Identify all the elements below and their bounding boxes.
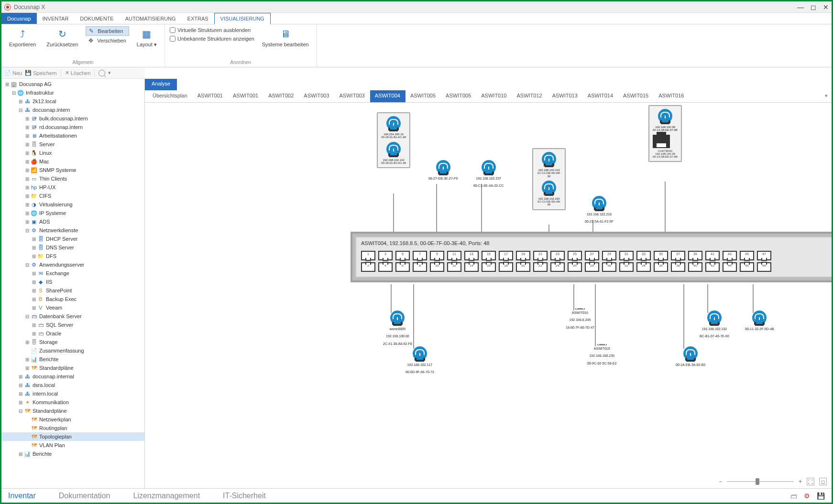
actual-size-icon[interactable]: ◻ [819, 478, 827, 485]
fit-icon[interactable]: ⛶ [807, 478, 814, 485]
delete-button[interactable]: ✕ Löschen [65, 70, 91, 76]
switch-port[interactable]: 20 [516, 262, 530, 272]
switch-port[interactable]: 4 [378, 262, 393, 272]
switch-port[interactable]: 36 [654, 262, 668, 272]
save-button[interactable]: 💾 Speichern [25, 70, 57, 76]
network-node[interactable]: 00-1A-EB-3A-02-B3 [676, 346, 705, 367]
switch-port[interactable]: 41 [705, 251, 720, 260]
subtab[interactable]: ASWIT001 [228, 90, 263, 102]
switch-port[interactable]: 22 [533, 262, 548, 272]
export-button[interactable]: ⤴Exportieren [6, 26, 39, 48]
network-node[interactable]: wsmc0005192.168.100.602C-41-38-A8-92-F8 [383, 311, 412, 345]
switch-port[interactable]: 24 [550, 262, 565, 272]
menu-tab-primary[interactable]: Docusnap [1, 13, 37, 24]
tree-item[interactable]: ⊞◆IIS [1, 278, 144, 286]
subtab[interactable]: ASWIT004 [370, 90, 406, 102]
tree-item[interactable]: ⊞SSharePoint [1, 286, 144, 295]
switch-port[interactable]: 46 [740, 262, 754, 272]
tree-item[interactable]: ⊞🖧docusnap.internal [1, 372, 144, 381]
tree-item[interactable]: ⊞🗄Server [1, 140, 144, 149]
new-button[interactable]: 📄 Neu [4, 70, 22, 76]
subtab[interactable]: ASWIT005 [406, 90, 441, 102]
tree-item[interactable]: ⊞🏢Docusnap AG [1, 80, 144, 88]
footer-tab[interactable]: Lizenzmanagement [133, 492, 200, 500]
switch-port[interactable]: 19 [516, 251, 530, 260]
tree-item[interactable]: ⊞▣ADS [1, 217, 144, 226]
edit-systems-button[interactable]: 🖥Systeme bearbeiten [259, 26, 312, 48]
tree-item[interactable]: ⊞🖧intern.local [1, 389, 144, 398]
subtab[interactable]: ASWIT002 [263, 90, 299, 102]
edit-mode-button[interactable]: ✎Bearbeiten [86, 26, 129, 36]
zoom-out-button[interactable]: − [719, 478, 722, 485]
network-node[interactable]: 192.168.102.23780-C1-6E-4A-22-CC [473, 160, 504, 188]
dropdown-icon[interactable]: ▾ [108, 70, 111, 76]
menu-tab[interactable]: AUTOMATISIERUNG [120, 13, 182, 24]
tree-item[interactable]: ⊞🗄DNS Server [1, 243, 144, 252]
switch-port[interactable]: 1 [361, 251, 375, 260]
tree-item[interactable]: ⊞📶SNMP Systeme [1, 166, 144, 174]
network-node[interactable]: 192.168.102.21600-21-5A-61-F2-5F [585, 196, 614, 224]
switch-port[interactable]: 7 [413, 251, 427, 260]
switch-port[interactable]: 29 [602, 251, 616, 260]
network-node[interactable]: 88-27-EB-3E-27-F9 [428, 160, 458, 181]
tree-item[interactable]: 🗺VLAN Plan [1, 441, 144, 450]
switch-port[interactable]: 42 [705, 262, 720, 272]
menu-tab[interactable]: VISUALISIERUNG [214, 13, 271, 24]
switch-port[interactable]: 15 [482, 251, 496, 260]
switch-port[interactable]: 44 [723, 262, 737, 272]
tree-item[interactable]: ⊞🖳rd.docusnap.intern [1, 123, 144, 131]
minimize-button[interactable]: ― [797, 3, 804, 11]
switch-port[interactable]: 10 [430, 262, 444, 272]
tree-item[interactable]: ⊞🗃SQL Server [1, 321, 144, 329]
gear-icon[interactable]: ⚙ [804, 492, 810, 500]
tree-item[interactable]: ⊞📁CIFS [1, 192, 144, 200]
menu-tab[interactable]: EXTRAS [182, 13, 214, 24]
footer-tab[interactable]: Dokumentation [59, 492, 110, 500]
subtab[interactable]: ASWIT016 [654, 90, 689, 102]
switch-port[interactable]: 16 [482, 262, 496, 272]
subtab[interactable]: ASWIT012 [512, 90, 547, 102]
zoom-slider[interactable] [727, 481, 794, 482]
switch-port[interactable]: 37 [671, 251, 685, 260]
tree-item[interactable]: 🗺Netzwerkplan [1, 415, 144, 424]
switch-port[interactable]: 34 [636, 262, 651, 272]
node-group-card[interactable]: 192.168.100.3800-14-38-EE-57-6B CLW7300G… [648, 105, 682, 162]
node-group-card[interactable]: 169.254.200.1900-18-21-81-AC-28 192.168.… [377, 112, 410, 168]
switch-port[interactable]: 25 [568, 251, 582, 260]
switch-port[interactable]: 45 [740, 251, 754, 260]
switch-port[interactable]: 6 [395, 262, 410, 272]
switch-port[interactable]: 12 [447, 262, 461, 272]
reset-button[interactable]: ↻Zurücksetzen [44, 26, 81, 48]
tree-item[interactable]: ⊞VVeeam [1, 303, 144, 312]
database-icon[interactable]: 🗃 [790, 492, 797, 500]
tree-item[interactable]: ⊞🖧dsra.local [1, 381, 144, 389]
tree-item[interactable]: 📄Zusammenfassung [1, 346, 144, 355]
tree-item[interactable]: ⊞▭Thin Clients [1, 174, 144, 183]
tree-item[interactable]: ⊞🖥Arbeitsstationen [1, 131, 144, 140]
tree-item[interactable]: ⊞◑Virtualisierung [1, 200, 144, 209]
switch-port[interactable]: 40 [688, 262, 702, 272]
switch-port[interactable]: 21 [533, 251, 548, 260]
switch-port[interactable]: 5 [395, 251, 410, 260]
close-button[interactable]: ✕ [823, 3, 829, 11]
analyse-tab[interactable]: Analyse [145, 79, 177, 90]
switch-port[interactable]: 9 [430, 251, 444, 260]
move-mode-button[interactable]: ✥Verschieben [86, 36, 129, 45]
subtab[interactable]: ASWIT010 [476, 90, 512, 102]
switch-port[interactable]: 27 [585, 251, 599, 260]
subtab[interactable]: ASWIT015 [618, 90, 654, 102]
tree-item[interactable]: ⊞hpHP-UX [1, 183, 144, 192]
tree-item[interactable]: ⊞📊Berichte [1, 355, 144, 364]
tree-item[interactable]: ⊞🗺Standardpläne [1, 364, 144, 372]
tree-item[interactable]: ⊞🖳bulk.docusnap.intern [1, 114, 144, 123]
switch-port[interactable]: 23 [550, 251, 565, 260]
tree-item[interactable]: ⊞🌐IP Systeme [1, 209, 144, 217]
switch-port[interactable]: 17 [499, 251, 513, 260]
layout-dropdown[interactable]: ▦Layout ▾ [134, 26, 160, 49]
switch-node[interactable]: ASWIT010192.168.100.23500-9C-02-5C-58-E2 [587, 344, 616, 365]
node-group-card[interactable]: 192.168.100.1231C-C1-DE-5D-A8-00 192.168… [532, 148, 566, 210]
expand-tabs-button[interactable]: ▾ [821, 90, 832, 102]
show-unknown-checkbox[interactable]: Unbekannte Strukturen anzeigen [170, 35, 254, 43]
tree-item[interactable]: ⊟🗺Standardpläne [1, 407, 144, 415]
menu-tab[interactable]: INVENTAR [37, 13, 75, 24]
